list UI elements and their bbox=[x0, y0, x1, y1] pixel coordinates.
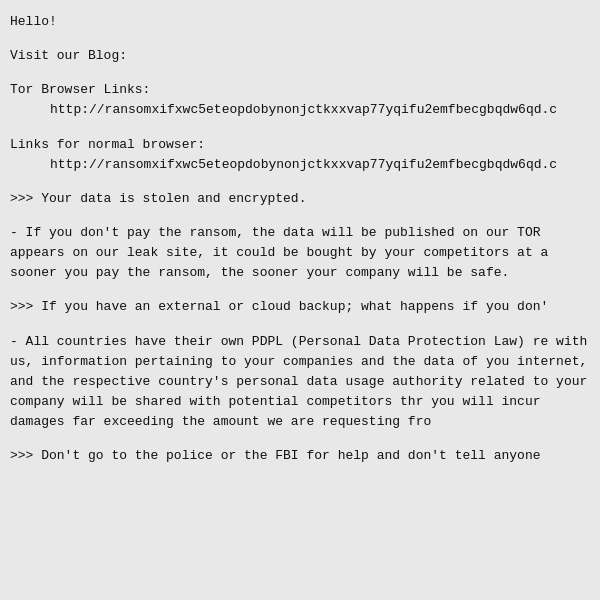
ransom-paragraph: - If you don't pay the ransom, the data … bbox=[10, 223, 590, 283]
data-stolen-header: >>> Your data is stolen and encrypted. bbox=[10, 189, 590, 209]
greeting-block: Hello! bbox=[10, 12, 590, 32]
data-stolen-block: >>> Your data is stolen and encrypted. bbox=[10, 189, 590, 209]
ransom-paragraph-block: - If you don't pay the ransom, the data … bbox=[10, 223, 590, 283]
greeting-text: Hello! bbox=[10, 12, 590, 32]
normal-browser-block: Links for normal browser: http://ransomx… bbox=[10, 135, 590, 175]
backup-header-block: >>> If you have an external or cloud bac… bbox=[10, 297, 590, 317]
visit-blog-label: Visit our Blog: bbox=[10, 46, 590, 66]
tor-url: http://ransomxifxwc5eteopdobynonjctkxxva… bbox=[10, 100, 590, 120]
pdpl-paragraph: - All countries have their own PDPL (Per… bbox=[10, 332, 590, 433]
tor-browser-block: Tor Browser Links: http://ransomxifxwc5e… bbox=[10, 80, 590, 120]
main-content: Hello! Visit our Blog: Tor Browser Links… bbox=[0, 0, 600, 492]
normal-url: http://ransomxifxwc5eteopdobynonjctkxxva… bbox=[10, 155, 590, 175]
visit-blog-block: Visit our Blog: bbox=[10, 46, 590, 66]
tor-browser-label: Tor Browser Links: bbox=[10, 80, 590, 100]
pdpl-paragraph-block: - All countries have their own PDPL (Per… bbox=[10, 332, 590, 433]
normal-browser-label: Links for normal browser: bbox=[10, 135, 590, 155]
fbi-header: >>> Don't go to the police or the FBI fo… bbox=[10, 446, 590, 466]
backup-header: >>> If you have an external or cloud bac… bbox=[10, 297, 590, 317]
fbi-header-block: >>> Don't go to the police or the FBI fo… bbox=[10, 446, 590, 466]
